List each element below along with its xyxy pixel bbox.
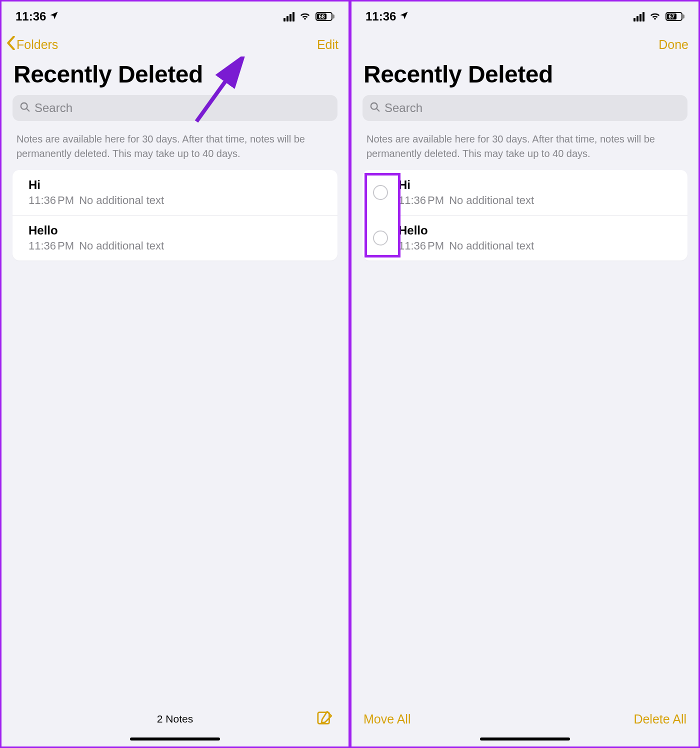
- search-input[interactable]: Search: [12, 95, 338, 121]
- notes-list: Hi 11:36 PMNo additional text Hello 11:3…: [362, 170, 688, 260]
- note-title: Hello: [398, 224, 688, 238]
- location-icon: [399, 10, 409, 24]
- svg-line-1: [26, 108, 30, 112]
- note-title: Hi: [398, 178, 688, 192]
- selection-circle[interactable]: [373, 185, 388, 200]
- battery-icon: 68: [316, 12, 334, 21]
- note-row[interactable]: Hello 11:36 PMNo additional text: [362, 215, 688, 260]
- nav-bar: Folders Edit: [2, 32, 348, 58]
- note-meta: 11:36 PMNo additional text: [28, 240, 338, 252]
- wifi-icon: [300, 10, 310, 24]
- cellular-signal-icon: [634, 12, 644, 22]
- cellular-signal-icon: [284, 12, 294, 22]
- home-indicator: [130, 738, 220, 740]
- search-placeholder: Search: [34, 101, 72, 115]
- search-placeholder: Search: [384, 101, 422, 115]
- back-label: Folders: [16, 38, 58, 52]
- svg-line-5: [376, 108, 380, 112]
- nav-bar: Done: [352, 32, 698, 58]
- delete-all-button[interactable]: Delete All: [634, 712, 686, 726]
- note-title: Hello: [28, 224, 338, 238]
- status-time: 11:36: [16, 10, 46, 24]
- back-button[interactable]: Folders: [6, 36, 58, 53]
- note-meta: 11:36 PMNo additional text: [398, 240, 688, 252]
- done-button[interactable]: Done: [658, 38, 688, 52]
- bottom-toolbar: Move All Delete All: [352, 700, 698, 738]
- notes-list: Hi 11:36 PMNo additional text Hello 11:3…: [12, 170, 338, 260]
- status-bar: 11:36 68: [2, 2, 348, 32]
- note-row[interactable]: Hello 11:36 PMNo additional text: [12, 215, 338, 260]
- screenshot-right: 11:36 67 Done Recently Deleted Search No…: [350, 0, 700, 748]
- bottom-toolbar: 2 Notes: [2, 700, 348, 738]
- compose-button[interactable]: [316, 710, 334, 728]
- search-input[interactable]: Search: [362, 95, 688, 121]
- search-icon: [370, 102, 380, 114]
- retention-info: Notes are available here for 30 days. Af…: [2, 121, 348, 170]
- edit-button[interactable]: Edit: [317, 38, 338, 52]
- retention-info: Notes are available here for 30 days. Af…: [352, 121, 698, 170]
- wifi-icon: [650, 10, 660, 24]
- location-icon: [49, 10, 59, 24]
- note-title: Hi: [28, 178, 338, 192]
- note-row[interactable]: Hi 11:36 PMNo additional text: [12, 170, 338, 215]
- page-title: Recently Deleted: [352, 58, 698, 93]
- note-meta: 11:36 PMNo additional text: [398, 194, 688, 207]
- move-all-button[interactable]: Move All: [364, 712, 410, 726]
- note-row[interactable]: Hi 11:36 PMNo additional text: [362, 170, 688, 215]
- status-time: 11:36: [366, 10, 396, 24]
- page-title: Recently Deleted: [2, 58, 348, 93]
- screenshot-left: 11:36 68 Folders Edit Recently Deleted: [0, 0, 350, 748]
- search-icon: [20, 102, 30, 114]
- status-bar: 11:36 67: [352, 2, 698, 32]
- home-indicator: [480, 738, 570, 740]
- selection-circle[interactable]: [373, 230, 388, 246]
- notes-count: 2 Notes: [157, 713, 193, 725]
- battery-icon: 67: [666, 12, 684, 21]
- note-meta: 11:36 PMNo additional text: [28, 194, 338, 207]
- chevron-left-icon: [6, 36, 16, 53]
